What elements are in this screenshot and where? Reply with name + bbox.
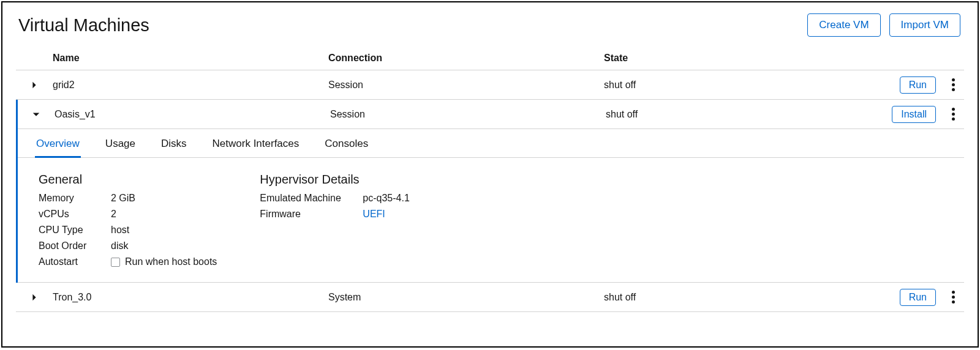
table-row: Tron_3.0 System shut off Run <box>16 283 964 312</box>
firmware-value[interactable]: UEFI <box>363 209 410 220</box>
expand-toggle[interactable] <box>16 81 53 89</box>
chevron-down-icon <box>32 110 40 119</box>
col-connection: Connection <box>328 53 604 64</box>
row-actions: Run <box>880 76 964 94</box>
autostart-checkbox[interactable] <box>111 258 120 267</box>
boot-order-label: Boot Order <box>39 240 110 251</box>
install-button[interactable]: Install <box>892 106 936 123</box>
memory-value[interactable]: 2 GiB <box>111 193 217 204</box>
vm-state: shut off <box>604 292 880 303</box>
autostart-value: Run when host boots <box>111 256 217 267</box>
vm-state: shut off <box>606 109 881 120</box>
general-heading: General <box>39 173 217 187</box>
tab-disks[interactable]: Disks <box>160 129 188 157</box>
kebab-menu-button[interactable] <box>944 289 962 306</box>
emulated-machine-label: Emulated Machine <box>260 193 363 204</box>
vm-name: grid2 <box>53 80 328 91</box>
cpu-type-value: host <box>111 225 217 236</box>
tab-usage[interactable]: Usage <box>104 129 137 157</box>
chevron-right-icon <box>30 81 39 89</box>
vm-connection: Session <box>330 109 606 120</box>
hypervisor-section: Hypervisor Details Emulated Machine pc-q… <box>260 169 410 267</box>
page-header: Virtual Machines Create VM Import VM <box>2 2 978 40</box>
run-button[interactable]: Run <box>900 76 936 94</box>
chevron-right-icon <box>30 293 39 302</box>
header-actions: Create VM Import VM <box>807 13 960 37</box>
row-actions: Install <box>881 106 964 123</box>
run-button[interactable]: Run <box>900 289 936 306</box>
table-row: Oasis_v1 Session shut off Install <box>18 100 964 129</box>
general-section: General Memory 2 GiB vCPUs 2 CPU Type ho… <box>39 169 217 267</box>
firmware-label: Firmware <box>260 209 363 220</box>
kebab-menu-button[interactable] <box>944 106 962 123</box>
vm-tabs: Overview Usage Disks Network Interfaces … <box>18 129 964 158</box>
table-row: grid2 Session shut off Run <box>16 70 964 100</box>
vm-state: shut off <box>604 80 880 91</box>
memory-label: Memory <box>39 193 110 204</box>
page-frame: Virtual Machines Create VM Import VM Nam… <box>1 1 979 348</box>
col-name: Name <box>53 53 328 64</box>
tab-consoles[interactable]: Consoles <box>323 129 369 157</box>
vm-connection: Session <box>328 80 604 91</box>
vcpus-value[interactable]: 2 <box>111 209 217 220</box>
vm-name: Oasis_v1 <box>55 109 330 120</box>
expand-toggle[interactable] <box>18 110 55 119</box>
tab-network-interfaces[interactable]: Network Interfaces <box>211 129 301 157</box>
col-state: State <box>604 53 880 64</box>
expanded-row-region: Oasis_v1 Session shut off Install Overvi… <box>16 100 964 283</box>
kebab-menu-button[interactable] <box>944 76 962 94</box>
expand-toggle[interactable] <box>16 293 53 302</box>
cpu-type-label: CPU Type <box>39 225 110 236</box>
overview-panel: General Memory 2 GiB vCPUs 2 CPU Type ho… <box>18 158 964 283</box>
create-vm-button[interactable]: Create VM <box>807 13 880 37</box>
emulated-machine-value: pc-q35-4.1 <box>363 193 410 204</box>
boot-order-value[interactable]: disk <box>111 240 217 251</box>
row-actions: Run <box>880 289 964 306</box>
vcpus-label: vCPUs <box>39 209 110 220</box>
autostart-caption: Run when host boots <box>125 256 217 267</box>
vm-table: Name Connection State grid2 Session shut… <box>16 47 964 312</box>
vm-connection: System <box>328 292 604 303</box>
table-header: Name Connection State <box>16 47 964 70</box>
vm-name: Tron_3.0 <box>53 292 328 303</box>
import-vm-button[interactable]: Import VM <box>889 13 960 37</box>
page-title: Virtual Machines <box>18 15 149 35</box>
hypervisor-heading: Hypervisor Details <box>260 173 410 187</box>
tab-overview[interactable]: Overview <box>35 129 81 157</box>
autostart-label: Autostart <box>39 256 110 267</box>
